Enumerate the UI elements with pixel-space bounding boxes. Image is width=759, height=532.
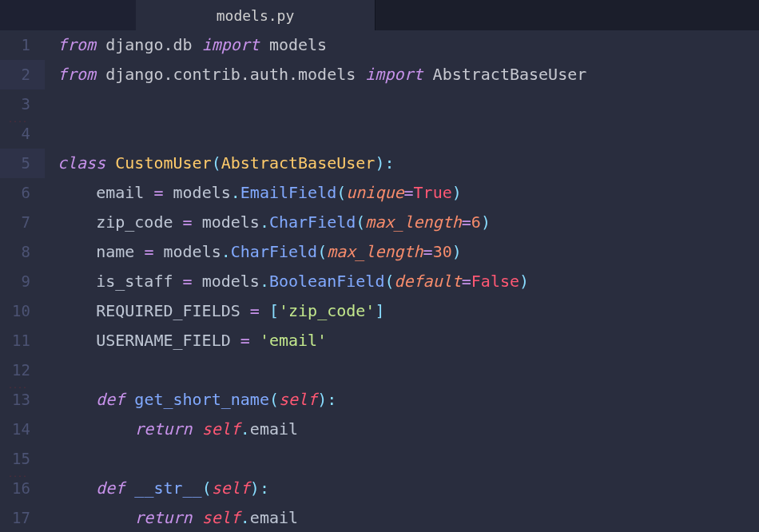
token-ident [260, 301, 269, 320]
token-kw: return [134, 419, 192, 439]
token-punc: ) [452, 242, 462, 261]
code-content[interactable]: from django.contrib.auth.models import A… [45, 60, 586, 89]
code-line[interactable]: 7 zip_code = models.CharField(max_length… [0, 208, 759, 237]
token-fn: __str__ [134, 478, 201, 498]
code-content[interactable]: email = models.EmailField(unique=True) [45, 178, 462, 208]
token-ns: models [260, 35, 327, 54]
token-punc: ( [356, 212, 365, 232]
token-punc: . [260, 272, 269, 291]
token-ident [125, 390, 134, 409]
token-punc: ( [336, 183, 346, 202]
token-kw: import [202, 35, 260, 54]
token-ident: models [163, 183, 230, 202]
code-content[interactable]: def get_short_name(self): [45, 385, 336, 415]
editor-area[interactable]: 1from django.db import models2from djang… [0, 30, 759, 532]
code-line[interactable]: 14 return self.email [0, 415, 759, 444]
token-op: = [153, 183, 163, 202]
code-line[interactable]: 16 def __str__(self): [0, 474, 759, 503]
token-ns: django.contrib.auth.models [96, 65, 365, 84]
code-line[interactable]: 8 name = models.CharField(max_length=30) [0, 237, 759, 267]
token-ident: models [153, 242, 221, 261]
token-kw: return [134, 508, 192, 527]
code-line[interactable]: 2from django.contrib.auth.models import … [0, 60, 759, 89]
code-content[interactable]: def __str__(self): [45, 474, 269, 503]
token-op: = [183, 272, 193, 291]
tab-active[interactable]: models.py [136, 0, 376, 30]
token-ident: email [58, 183, 153, 202]
token-selfk: self [202, 419, 240, 439]
token-fn: get_short_name [134, 390, 269, 409]
token-punc: . [240, 508, 250, 527]
token-ident [105, 153, 115, 173]
token-punc: . [240, 419, 250, 439]
code-line[interactable]: 5class CustomUser(AbstractBaseUser): [0, 149, 759, 178]
code-content[interactable]: USERNAME_FIELD = 'email' [45, 326, 327, 355]
token-punc: ] [375, 301, 384, 320]
token-op: = [250, 301, 260, 320]
code-content[interactable]: return self.email [45, 415, 298, 444]
gutter-line-number: 7 [0, 208, 45, 237]
token-punc: ( [212, 153, 221, 173]
token-ident: USERNAME_FIELD [58, 331, 240, 350]
token-kw: import [365, 65, 423, 84]
token-punc: . [231, 183, 240, 202]
token-punc: . [221, 242, 231, 261]
code-line[interactable]: 6 email = models.EmailField(unique=True) [0, 178, 759, 208]
gutter-line-number: 8 [0, 237, 45, 267]
token-fn: EmailField [240, 183, 336, 202]
tab-filename: models.py [217, 7, 295, 24]
code-line[interactable]: 11 USERNAME_FIELD = 'email' [0, 326, 759, 355]
gutter-line-number: 17 [0, 503, 45, 532]
code-line[interactable]: 1from django.db import models [0, 30, 759, 60]
token-punc: ( [269, 390, 279, 409]
token-ident: name [58, 242, 144, 261]
code-content[interactable]: is_staff = models.BooleanField(default=F… [45, 267, 529, 296]
token-ident: is_staff [58, 272, 183, 291]
code-content[interactable]: zip_code = models.CharField(max_length=6… [45, 208, 491, 237]
code-line[interactable]: 3···· [0, 89, 759, 119]
token-cls: CustomUser [115, 153, 211, 173]
code-content[interactable]: from django.db import models [45, 30, 327, 60]
code-line[interactable]: 9 is_staff = models.BooleanField(default… [0, 267, 759, 296]
gutter-line-number: 2 [0, 60, 45, 89]
code-line[interactable]: 15···· [0, 444, 759, 474]
gutter-line-number: 14 [0, 415, 45, 444]
gutter-line-number: 11 [0, 326, 45, 355]
token-punc: ) [375, 153, 384, 173]
token-punc: ( [384, 272, 394, 291]
code-content[interactable]: name = models.CharField(max_length=30) [45, 237, 462, 267]
gutter-line-number: 9 [0, 267, 45, 296]
token-kw: def [96, 390, 125, 409]
tab-bar: models.py [0, 0, 759, 30]
code-content[interactable]: class CustomUser(AbstractBaseUser): [45, 149, 394, 178]
gutter-line-number: 10 [0, 296, 45, 326]
token-fn: CharField [269, 212, 356, 232]
token-ident: models [193, 212, 260, 232]
code-content[interactable]: REQUIRED_FIELDS = ['zip_code'] [45, 296, 384, 326]
token-ident [125, 478, 134, 498]
gutter-line-number: 1 [0, 30, 45, 60]
code-line[interactable]: 17 return self.email [0, 503, 759, 532]
token-num: 6 [471, 212, 481, 232]
token-selfk: self [202, 508, 240, 527]
token-punc: . [260, 212, 269, 232]
token-str: 'email' [260, 331, 327, 350]
token-arg: unique [346, 183, 403, 202]
code-line[interactable]: 13 def get_short_name(self): [0, 385, 759, 415]
token-punc: ( [317, 242, 327, 261]
gutter-line-number: 13 [0, 385, 45, 415]
token-punc: : [327, 390, 336, 409]
gutter-line-number: 4 [0, 119, 45, 149]
code-line[interactable]: 10 REQUIRED_FIELDS = ['zip_code'] [0, 296, 759, 326]
token-num: 30 [433, 242, 452, 261]
token-ident: email [250, 508, 298, 527]
gutter-line-number: 5 [0, 149, 45, 178]
token-op: = [423, 242, 433, 261]
code-line[interactable]: 12···· [0, 355, 759, 385]
token-ident [58, 478, 96, 498]
token-str: 'zip_code' [279, 301, 375, 320]
token-kw: class [58, 153, 105, 173]
gutter-line-number: 6 [0, 178, 45, 208]
code-line[interactable]: 4 [0, 119, 759, 149]
code-content[interactable]: return self.email [45, 503, 298, 532]
